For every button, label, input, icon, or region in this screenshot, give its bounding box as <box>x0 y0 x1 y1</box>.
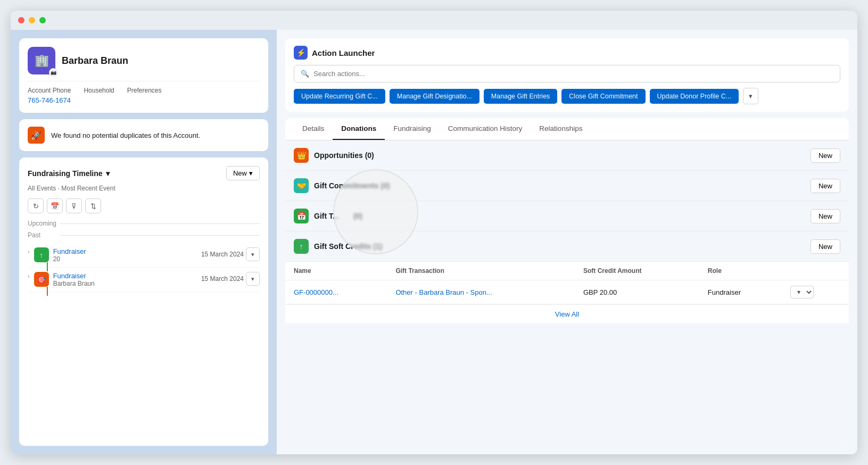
col-name: Name <box>285 262 387 280</box>
search-icon: 🔍 <box>301 70 309 78</box>
timeline-item-icon-2: 🎯 <box>34 272 49 287</box>
timeline-item-title-1[interactable]: Fundraiser <box>53 247 197 255</box>
profile-nav: Account Phone Household Preferences <box>28 81 260 94</box>
timeline-item-date-1: 15 March 2024 ▾ <box>201 247 260 261</box>
row-action-dropdown[interactable]: ▾ <box>790 286 814 298</box>
timeline-header: Fundraising Timeline ▾ New ▾ <box>28 166 260 180</box>
soft-credits-left: ↑ Gift Soft Credits (1) <box>294 239 382 254</box>
profile-phone[interactable]: 765-746-1674 <box>28 96 260 104</box>
opportunities-title: Opportunities (0) <box>314 151 374 160</box>
timeline-dropdown-icon[interactable]: ▾ <box>106 169 110 178</box>
profile-card: 🏢 📷 Barbara Braun Account Phone Househol… <box>19 38 268 113</box>
gift-transaction-link[interactable]: Other - Barbara Braun - Spon... <box>395 288 492 296</box>
donations-panel: Details Donations Fundraising Communicat… <box>285 118 849 446</box>
opportunities-section: 👑 Opportunities (0) New <box>285 140 849 171</box>
timeline-items: › ↑ Fundraiser 20 15 March 2024 ▾ <box>28 243 260 292</box>
timeline-sort-button[interactable]: ⇅ <box>85 198 101 213</box>
timeline-past-section: Past <box>28 231 260 239</box>
timeline-item-dropdown-1[interactable]: ▾ <box>246 247 260 261</box>
gift-commitments-new-button[interactable]: New <box>811 179 840 193</box>
action-launcher: ⚡ Action Launcher 🔍 Update Recurring Gif… <box>285 38 849 112</box>
manage-gift-entries-button[interactable]: Manage Gift Entries <box>484 89 557 104</box>
donations-content: 👑 Opportunities (0) New 🤝 Gift Commitmen… <box>285 140 849 446</box>
timeline-new-label: New <box>233 169 247 177</box>
action-launcher-title-text: Action Launcher <box>312 48 375 57</box>
close-button[interactable] <box>18 17 24 23</box>
timeline-refresh-button[interactable]: ↻ <box>28 198 44 213</box>
profile-nav-household[interactable]: Household <box>84 87 114 94</box>
soft-credits-table: Name Gift Transaction Soft Credit Amount… <box>285 262 849 304</box>
gift-transactions-section: 📅 Gift T... (0) New <box>285 201 849 231</box>
timeline-item-icon-1: ↑ <box>34 247 49 262</box>
manage-gift-designation-button[interactable]: Manage Gift Designatio... <box>390 89 480 104</box>
timeline-filter-button[interactable]: ⊽ <box>66 198 82 213</box>
profile-info: Barbara Braun <box>62 55 128 67</box>
gift-commitments-left: 🤝 Gift Commitments (0) <box>294 178 390 193</box>
timeline-new-button[interactable]: New ▾ <box>226 166 260 180</box>
timeline-item-sub-2: Barbara Braun <box>53 280 197 287</box>
col-actions <box>782 262 849 280</box>
cell-name: GF-0000000... <box>285 280 387 304</box>
soft-credits-new-button[interactable]: New <box>811 239 840 254</box>
tab-communication-history[interactable]: Communication History <box>440 118 531 140</box>
gift-commitments-title: Gift Commitments (0) <box>314 181 390 190</box>
avatar: 🏢 📷 <box>28 47 55 74</box>
opportunities-icon: 👑 <box>294 148 309 163</box>
profile-nav-preferences[interactable]: Preferences <box>127 87 162 94</box>
view-all-button[interactable]: View All <box>285 304 849 323</box>
update-donor-profile-button[interactable]: Update Donor Profile C... <box>650 89 739 104</box>
gift-commitments-section: 🤝 Gift Commitments (0) New <box>285 171 849 201</box>
opportunities-left: 👑 Opportunities (0) <box>294 148 374 163</box>
timeline-toolbar: ↻ 📅 ⊽ ⇅ <box>28 198 260 213</box>
camera-icon[interactable]: 📷 <box>49 68 57 77</box>
main-window: 🏢 📷 Barbara Braun Account Phone Househol… <box>11 11 857 454</box>
gift-transactions-new-button[interactable]: New <box>811 209 840 223</box>
timeline-item-expand-2[interactable]: › <box>28 273 30 279</box>
timeline-title: Fundraising Timeline ▾ <box>28 169 110 178</box>
more-actions-dropdown[interactable]: ▾ <box>743 88 758 104</box>
timeline-item-expand-1[interactable]: › <box>28 248 30 255</box>
opportunities-new-button[interactable]: New <box>811 148 840 163</box>
table-header-row: Name Gift Transaction Soft Credit Amount… <box>285 262 849 280</box>
profile-nav-phone-label: Account Phone <box>28 87 71 94</box>
gift-commitments-icon: 🤝 <box>294 178 309 193</box>
right-panel: ⚡ Action Launcher 🔍 Update Recurring Gif… <box>277 30 857 454</box>
close-gift-commitment-button[interactable]: Close Gift Commitment <box>561 89 645 104</box>
timeline-item-content-2: Fundraiser Barbara Braun <box>53 272 197 287</box>
search-input[interactable] <box>313 70 833 78</box>
minimize-button[interactable] <box>29 17 35 23</box>
tab-donations[interactable]: Donations <box>333 118 385 140</box>
action-buttons: Update Recurring Gift C... Manage Gift D… <box>294 88 840 104</box>
update-recurring-gift-button[interactable]: Update Recurring Gift C... <box>294 89 385 104</box>
fundraising-timeline-card: Fundraising Timeline ▾ New ▾ All Events … <box>19 157 268 446</box>
profile-name: Barbara Braun <box>62 55 128 67</box>
table-row: GF-0000000... Other - Barbara Braun - Sp… <box>285 280 849 304</box>
upcoming-label: Upcoming <box>28 220 260 227</box>
action-launcher-title: ⚡ Action Launcher <box>294 46 840 60</box>
main-content: 🏢 📷 Barbara Braun Account Phone Househol… <box>11 30 857 454</box>
timeline-item-title-2[interactable]: Fundraiser <box>53 272 197 280</box>
action-search-bar[interactable]: 🔍 <box>294 65 840 82</box>
timeline-new-dropdown-icon: ▾ <box>249 169 253 177</box>
action-launcher-icon: ⚡ <box>294 46 308 60</box>
cell-gift-transaction: Other - Barbara Braun - Spon... <box>387 280 575 304</box>
timeline-item-date-2: 15 March 2024 ▾ <box>201 272 260 286</box>
maximize-button[interactable] <box>39 17 46 23</box>
left-panel: 🏢 📷 Barbara Braun Account Phone Househol… <box>11 30 277 454</box>
timeline-item-dropdown-2[interactable]: ▾ <box>246 272 260 286</box>
name-link[interactable]: GF-0000000... <box>294 288 338 296</box>
col-role: Role <box>699 262 782 280</box>
tab-relationships[interactable]: Relationships <box>531 118 591 140</box>
tab-details[interactable]: Details <box>294 118 333 140</box>
timeline-dot-line-2 <box>47 287 48 296</box>
soft-credits-icon: ↑ <box>294 239 309 254</box>
tab-fundraising[interactable]: Fundraising <box>385 118 440 140</box>
gift-transactions-icon: 📅 <box>294 209 309 223</box>
soft-credits-header: ↑ Gift Soft Credits (1) New <box>285 231 849 262</box>
cell-soft-credit-amount: GBP 20.00 <box>575 280 699 304</box>
alert-text: We found no potential duplicates of this… <box>51 131 200 139</box>
timeline-title-text: Fundraising Timeline <box>28 169 103 178</box>
timeline-item-2: › 🎯 Fundraiser Barbara Braun 15 March 20… <box>28 268 260 292</box>
duplicate-alert: 🚀 We found no potential duplicates of th… <box>19 119 268 151</box>
timeline-calendar-button[interactable]: 📅 <box>47 198 63 213</box>
